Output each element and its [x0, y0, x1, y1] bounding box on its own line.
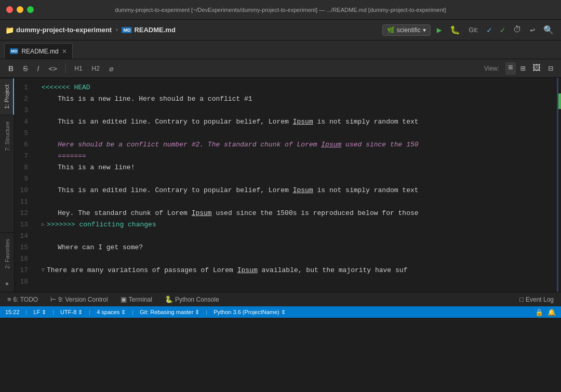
code-line-12: Hey. The standard chunk of Lorem Ipsum u…	[42, 208, 561, 219]
sidebar-item-favorites[interactable]: 2: Favorites	[0, 232, 14, 275]
status-encoding[interactable]: UTF-8 ⇕	[60, 309, 83, 316]
code-line-6: Here should be a conflict number #2. The…	[42, 139, 561, 151]
line-num-14: 14	[15, 231, 32, 242]
bottom-toolbar: ≡ 6: TODO ⊢ 9: Version Control ▣ Termina…	[0, 292, 561, 306]
status-indent[interactable]: 4 spaces ⇕	[97, 309, 126, 316]
folder-icon: 📁	[5, 26, 14, 34]
line-4-text: This is an edited line. Contrary to popu…	[42, 116, 419, 128]
lf-value: LF	[33, 309, 40, 315]
view-image-button[interactable]: 🖼	[530, 62, 543, 75]
line-num-7: 7	[15, 151, 32, 162]
status-python[interactable]: Python 3.6 (ProjectName) ⇕	[213, 309, 286, 316]
status-lf[interactable]: LF ⇕	[33, 309, 46, 316]
view-table-button[interactable]: ⊟	[545, 62, 556, 75]
search-icon[interactable]: 🔍	[541, 24, 556, 36]
code-editor[interactable]: 1 2 3 4 5 6 7 8 9 10 11 12 13 14 15 16 1…	[15, 78, 561, 292]
tab-readme[interactable]: MD README.md ✕	[4, 43, 73, 59]
terminal-icon: ▣	[121, 295, 127, 303]
event-log-button[interactable]: □ Event Log	[517, 294, 556, 304]
fold-icon: ▽	[42, 265, 45, 276]
code-line-4: This is an edited line. Contrary to popu…	[42, 116, 561, 128]
line-12-text: Hey. The standard chunk of Lorem Ipsum u…	[42, 208, 419, 219]
code-line-1: <<<<<<< HEAD	[42, 82, 561, 93]
git-check-icon[interactable]: ✓	[485, 24, 494, 36]
status-sep-4: |	[132, 309, 133, 315]
line-15-text: Where can I get some?	[42, 242, 143, 253]
git-arrow: ⇕	[195, 309, 199, 316]
indent-value: 4 spaces	[97, 309, 119, 315]
status-bar: 15:22 | LF ⇕ | UTF-8 ⇕ | 4 spaces ⇕ | Gi…	[0, 306, 561, 318]
line-num-1: 1	[15, 82, 32, 93]
breadcrumb-separator: ›	[115, 26, 118, 34]
conflict-marker-green	[558, 93, 561, 109]
h1-button[interactable]: H1	[71, 63, 85, 74]
sidebar-item-structure[interactable]: 7: Structure	[0, 115, 14, 157]
line-num-16: 16	[15, 253, 32, 265]
tab-close-button[interactable]: ✕	[62, 48, 67, 55]
status-sep-1: |	[26, 309, 28, 315]
event-log-label: Event Log	[526, 296, 554, 303]
status-right-icons: 🔒 🔔	[535, 308, 556, 316]
scroll-indicator	[557, 78, 558, 292]
code-line-13: ▷ >>>>>>> conflicting changes	[42, 219, 561, 231]
maximize-button[interactable]	[27, 6, 34, 13]
breadcrumb-folder[interactable]: 📁 dummy-project-to-experiment	[5, 26, 112, 34]
code-line-9	[42, 173, 561, 185]
run-button[interactable]: ▶	[435, 24, 444, 36]
code-line-3	[42, 105, 561, 116]
line-num-10: 10	[15, 185, 32, 196]
debug-button[interactable]: 🐛	[448, 24, 462, 36]
line-17-text: There are many variations of passages of…	[47, 265, 407, 276]
status-git[interactable]: Git: Rebasing master ⇕	[140, 309, 199, 316]
sidebar-spacer	[0, 157, 14, 232]
line-numbers: 1 2 3 4 5 6 7 8 9 10 11 12 13 14 15 16 1…	[15, 78, 35, 292]
encoding-arrow: ⇕	[78, 309, 83, 316]
todo-button[interactable]: ≡ 6: TODO	[5, 294, 40, 304]
time-value: 15:22	[5, 309, 20, 315]
status-sep-2: |	[52, 309, 54, 315]
bold-button[interactable]: B	[5, 63, 17, 74]
breadcrumb-file[interactable]: MD README.md	[122, 26, 175, 34]
tab-bar: MD README.md ✕	[0, 40, 561, 59]
line-8-text: This is a new line!	[42, 162, 135, 173]
event-log-icon: □	[519, 295, 524, 303]
sidebar-item-project[interactable]: 1: Project	[0, 78, 14, 115]
italic-button[interactable]: I	[34, 63, 42, 74]
line-7-text: =======	[42, 151, 86, 162]
line-num-2: 2	[15, 93, 32, 105]
link-button[interactable]: ⌀	[106, 63, 116, 74]
scientific-button[interactable]: 🌿 scientific ▾	[382, 24, 431, 36]
terminal-button[interactable]: ▣ Terminal	[118, 294, 154, 304]
indent-arrow: ⇕	[121, 309, 126, 316]
line-num-15: 15	[15, 242, 32, 253]
version-control-button[interactable]: ⊢ 9: Version Control	[48, 294, 110, 304]
arrow-icon: ▷	[42, 219, 45, 231]
python-icon: 🐍	[165, 295, 173, 303]
line-num-18: 18	[15, 276, 32, 288]
minimize-button[interactable]	[17, 6, 23, 13]
scientific-label: scientific	[397, 26, 421, 34]
undo-icon[interactable]: ↩	[528, 24, 537, 36]
code-line-11	[42, 196, 561, 208]
breadcrumb-folder-label: dummy-project-to-experiment	[16, 26, 112, 34]
h2-button[interactable]: H2	[89, 63, 103, 74]
line-2-text: This is a new line. Here should be a con…	[42, 93, 252, 105]
code-button[interactable]: <>	[45, 63, 60, 74]
git-check-green-icon[interactable]: ✓	[498, 24, 507, 36]
line-3-text	[42, 105, 46, 116]
code-line-5	[42, 128, 561, 139]
line-num-4: 4	[15, 116, 32, 128]
line-16-text	[42, 253, 46, 265]
strikethrough-button[interactable]: S	[20, 63, 31, 74]
encoding-value: UTF-8	[60, 309, 76, 315]
view-list-button[interactable]: ≡	[505, 62, 516, 75]
line-num-5: 5	[15, 128, 32, 139]
view-split-button[interactable]: ⊞	[518, 62, 528, 75]
line-6-text: Here should be a conflict number #2. The…	[42, 139, 419, 151]
line-5-text	[42, 128, 46, 139]
python-console-button[interactable]: 🐍 Python Console	[163, 294, 221, 304]
sidebar-star-icon[interactable]: ★	[0, 275, 14, 292]
left-sidebar: 1: Project 7: Structure 2: Favorites ★	[0, 78, 15, 292]
close-button[interactable]	[6, 6, 13, 13]
history-icon[interactable]: ⏱	[511, 24, 524, 36]
